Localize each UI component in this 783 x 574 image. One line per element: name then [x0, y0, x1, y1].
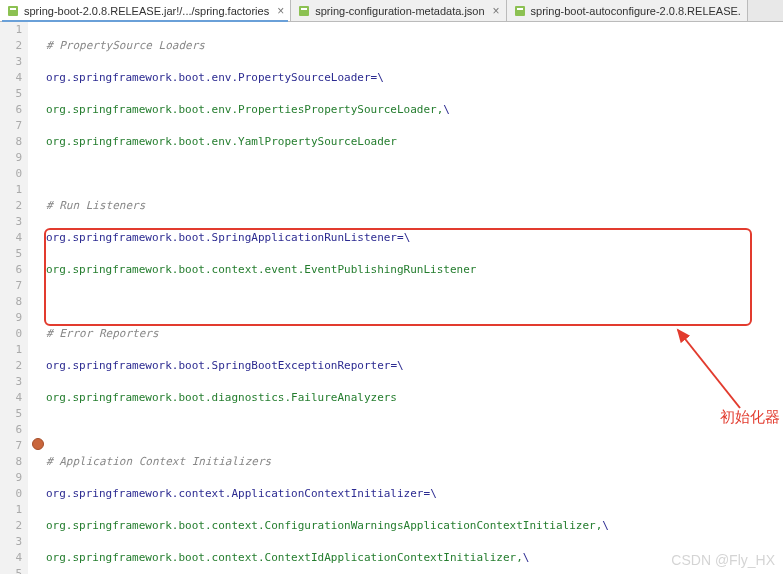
file-icon [513, 4, 527, 18]
svg-rect-5 [517, 8, 523, 10]
code-area[interactable]: # PropertySource Loaders org.springframe… [28, 22, 783, 574]
tab-spring-factories[interactable]: spring-boot-2.0.8.RELEASE.jar!/.../sprin… [0, 0, 291, 21]
svg-rect-2 [299, 6, 309, 16]
watermark: CSDN @Fly_HX [671, 552, 775, 568]
line-gutter: 123456789012345678901234567890123456 [0, 22, 28, 574]
comment: # Application Context Initializers [46, 455, 271, 468]
annotation-label: 初始化器 [720, 408, 780, 427]
close-icon[interactable]: × [493, 5, 500, 17]
tab-autoconfigure[interactable]: spring-boot-autoconfigure-2.0.8.RELEASE. [507, 0, 748, 21]
svg-rect-0 [8, 6, 18, 16]
file-icon [6, 4, 20, 18]
tab-label: spring-boot-2.0.8.RELEASE.jar!/.../sprin… [24, 5, 269, 17]
comment: # Error Reporters [46, 327, 159, 340]
breakpoint-icon[interactable] [32, 438, 44, 450]
editor-tabs: spring-boot-2.0.8.RELEASE.jar!/.../sprin… [0, 0, 783, 22]
svg-rect-4 [515, 6, 525, 16]
file-icon [297, 4, 311, 18]
tab-label: spring-boot-autoconfigure-2.0.8.RELEASE. [531, 5, 741, 17]
comment: # PropertySource Loaders [46, 39, 205, 52]
svg-rect-1 [10, 8, 16, 10]
tab-label: spring-configuration-metadata.json [315, 5, 484, 17]
tab-metadata-json[interactable]: spring-configuration-metadata.json × [291, 0, 506, 21]
comment: # Run Listeners [46, 199, 145, 212]
close-icon[interactable]: × [277, 5, 284, 17]
svg-rect-3 [301, 8, 307, 10]
code-editor: 123456789012345678901234567890123456 # P… [0, 22, 783, 574]
